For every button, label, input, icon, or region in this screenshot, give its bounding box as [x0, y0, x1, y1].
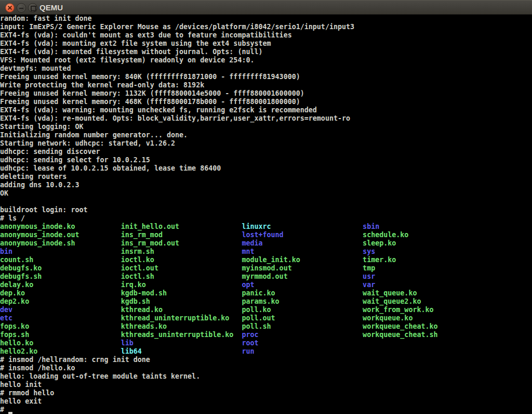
terminal-text-segment: work_from_work.ko	[363, 306, 433, 314]
maximize-button[interactable]	[28, 3, 37, 12]
terminal-text-segment: EXT4-fs (vda): couldn't mount as ext3 du…	[0, 31, 292, 39]
terminal-text-segment: var	[363, 281, 375, 289]
terminal-text-segment: random: fast init done	[0, 15, 92, 22]
terminal-text-segment: kthreads_uninterruptible.ko	[121, 331, 242, 339]
terminal-row: Starting logging: OK	[0, 123, 532, 131]
terminal-text-segment: poll.out	[242, 314, 363, 322]
terminal-text-segment: fops.ko	[0, 322, 121, 330]
terminal-row: hello init	[0, 381, 532, 389]
terminal-text-segment: debugfs.ko	[0, 264, 121, 272]
terminal-text-segment: devtmpfs: mounted	[0, 64, 71, 72]
terminal-text-segment: root	[242, 339, 258, 347]
terminal-text-segment: anonymous_inode.out	[0, 231, 121, 239]
terminal-row: Starting network: udhcpc: started, v1.26…	[0, 139, 532, 148]
terminal-row: delay.ko irq.ko opt var	[0, 281, 532, 289]
close-button[interactable]	[5, 3, 15, 12]
terminal-text-segment: udhcpc: sending discover	[0, 148, 100, 156]
terminal-row: dep.ko kgdb-mod.sh panic.ko wait_queue.k…	[0, 289, 532, 297]
terminal-screen[interactable]: random: fast init doneinput: ImExPS/2 Ge…	[0, 15, 532, 414]
terminal-text-segment: EXT4-fs (vda): re-mounted. Opts: block_v…	[0, 114, 350, 122]
terminal-row: udhcpc: sending select for 10.0.2.15	[0, 156, 532, 164]
terminal-text-segment: wait_queue.ko	[363, 289, 417, 297]
terminal-row: EXT4-fs (vda): warning: mounting uncheck…	[0, 106, 532, 114]
terminal-row: fops.sh kthreads_uninterruptible.ko proc…	[0, 331, 532, 339]
minimize-button[interactable]	[17, 3, 26, 12]
terminal-text-segment: media	[242, 239, 363, 247]
terminal-text-segment: VFS: Mounted root (ext2 filesystem) read…	[0, 56, 254, 64]
terminal-text-segment: EXT4-fs (vda): mounted filesystem withou…	[0, 48, 263, 56]
terminal-text-segment: run	[242, 347, 254, 355]
terminal-text-segment: poll.sh	[242, 322, 363, 330]
terminal-text-segment: schedule.ko	[363, 231, 408, 239]
terminal-row: Freeing unused kernel memory: 840K (ffff…	[0, 73, 532, 81]
terminal-text-segment: Freeing unused kernel memory: 840K (ffff…	[0, 73, 300, 81]
terminal-row: # insmod /hello.ko	[0, 364, 532, 372]
terminal-text-segment: myinsmod.out	[242, 264, 363, 272]
terminal-row: OK	[0, 189, 532, 198]
terminal-text-segment: etc	[0, 314, 121, 322]
terminal-row: hello2.ko lib64 run	[0, 347, 532, 356]
terminal-text-segment: udhcpc: sending select for 10.0.2.15	[0, 156, 150, 164]
window-title: QEMU	[39, 1, 63, 15]
terminal-text-segment: kgdb.sh	[121, 297, 242, 305]
terminal-text-segment: init_hello.out	[121, 223, 242, 230]
terminal-row: adding dns 10.0.2.3	[0, 181, 532, 189]
terminal-row: EXT4-fs (vda): couldn't mount as ext3 du…	[0, 31, 532, 40]
terminal-text-segment: tmp	[363, 264, 375, 272]
terminal-text-segment: sys	[363, 248, 375, 255]
terminal-text-segment: Freeing unused kernel memory: 468K (ffff…	[0, 98, 300, 106]
close-icon	[8, 6, 12, 10]
terminal-text-segment: workqueue_cheat.sh	[363, 331, 437, 339]
terminal-row: # insmod /hellrandom: crng init done	[0, 356, 532, 364]
terminal-text-segment: sbin	[363, 223, 379, 230]
terminal-text-segment: anonymous_inode.sh	[0, 239, 121, 247]
terminal-text-segment: workqueue.ko	[363, 314, 413, 322]
terminal-text-segment: insrm.sh	[121, 248, 242, 255]
terminal-text-segment: deleting routers	[0, 173, 66, 180]
terminal-text-segment: kthread.ko	[121, 306, 242, 314]
terminal-row: Freeing unused kernel memory: 468K (ffff…	[0, 98, 532, 106]
terminal-row: VFS: Mounted root (ext2 filesystem) read…	[0, 56, 532, 64]
terminal-text-segment: debugfs.sh	[0, 273, 121, 280]
terminal-text-segment: OK	[0, 189, 8, 197]
terminal-text-segment: sleep.ko	[363, 239, 396, 247]
maximize-icon	[31, 6, 36, 11]
terminal-row: deleting routers	[0, 173, 532, 181]
terminal-text-segment: Freeing unused kernel memory: 1132K (fff…	[0, 89, 304, 97]
terminal-row: fops.ko kthreads.ko poll.sh workqueue_ch…	[0, 322, 532, 331]
terminal-text-segment: dev	[0, 306, 121, 314]
terminal-text-segment: lib64	[121, 347, 242, 355]
terminal-text-segment: #	[0, 406, 8, 413]
terminal-text-segment: kthread_uninterruptible.ko	[121, 314, 242, 322]
terminal-text-segment: dep2.ko	[0, 297, 121, 305]
terminal-text-segment: module_init.ko	[242, 256, 363, 264]
terminal-text-segment: # insmod /hello.ko	[0, 364, 75, 372]
terminal-row: bin insrm.sh mnt sys	[0, 248, 532, 256]
terminal-row: debugfs.sh ioctl.sh myrmmod.out usr	[0, 273, 532, 281]
terminal-row: Initializing random number generator... …	[0, 131, 532, 139]
terminal-row: anonymous_inode.out ins_rm_mod lost+foun…	[0, 231, 532, 239]
terminal-text-segment: ins_rm_mod.out	[121, 239, 242, 247]
terminal-text-segment: opt	[242, 281, 363, 289]
terminal-row: hello exit	[0, 397, 532, 406]
terminal-text-segment: ioctl.ko	[121, 256, 242, 264]
terminal-text-segment: EXT4-fs (vda): warning: mounting uncheck…	[0, 106, 317, 114]
terminal-row	[0, 198, 532, 206]
terminal-text-segment: Starting logging: OK	[0, 123, 83, 131]
terminal-text-segment: panic.ko	[242, 289, 363, 297]
terminal-row: hello: loading out-of-tree module taints…	[0, 372, 532, 381]
terminal-text-segment: workqueue_cheat.ko	[363, 322, 437, 330]
terminal-text-segment: Initializing random number generator... …	[0, 131, 188, 139]
terminal-row: buildroot login: root	[0, 206, 532, 214]
terminal-text-segment: ioctl.sh	[121, 273, 242, 280]
minimize-icon	[19, 8, 23, 9]
terminal-text-segment: adding dns 10.0.2.3	[0, 181, 79, 189]
terminal-row: devtmpfs: mounted	[0, 64, 532, 73]
terminal-text-segment: kgdb-mod.sh	[121, 289, 242, 297]
terminal-text-segment: mnt	[242, 248, 363, 255]
terminal-text-segment: # rmmod hello	[0, 389, 54, 397]
terminal-row: Write protecting the kernel read-only da…	[0, 81, 532, 89]
window-titlebar[interactable]: QEMU	[0, 0, 532, 15]
terminal-text-segment: poll.ko	[242, 306, 363, 314]
terminal-row: # rmmod hello	[0, 389, 532, 397]
